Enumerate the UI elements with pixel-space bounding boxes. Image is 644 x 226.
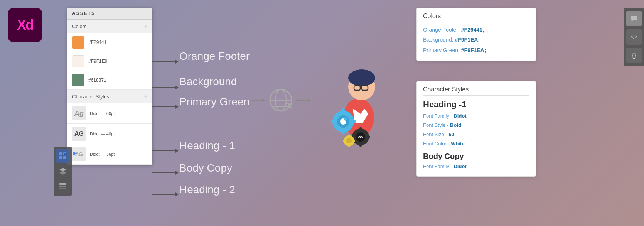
arrow-green (152, 105, 179, 109)
char-name-heading2: Didot — 36pt (90, 152, 115, 157)
char-name-heading1: Didot — 60pt (90, 111, 115, 116)
svg-rect-26 (359, 143, 362, 147)
person-gears-illustration: </> (316, 46, 393, 150)
globe-icon (265, 85, 296, 116)
svg-rect-38 (59, 152, 62, 155)
arrow-background (152, 86, 179, 89)
svg-rect-47 (59, 188, 66, 189)
label-background: Background (179, 76, 237, 88)
svg-point-42 (64, 153, 66, 155)
svg-rect-19 (331, 120, 335, 123)
arrow-orange (152, 60, 179, 64)
svg-marker-48 (73, 151, 77, 156)
char-styles-section-header: Character Styles + (67, 90, 152, 103)
colors-item-background: Background: #F9F1EA; (423, 35, 529, 44)
char-styles-info-box: Character Styles Heading -1 Font Family … (416, 81, 536, 177)
svg-point-31 (346, 138, 352, 143)
svg-rect-36 (631, 16, 637, 20)
left-toolbar-arrow (71, 150, 78, 158)
right-toolbar: </> {} (624, 8, 644, 66)
label-primary-green: Primary Green (179, 96, 250, 108)
char-styles-label: Character Styles (72, 94, 109, 100)
char-val-size: 60 (448, 132, 454, 137)
colors-info-title: Colors (423, 13, 529, 22)
svg-rect-35 (353, 140, 355, 142)
arrow-body-copy (152, 171, 179, 175)
assets-mini-button[interactable] (56, 149, 70, 163)
char-style-heading2[interactable]: AG Didot — 36pt (67, 144, 152, 165)
colors-info-box: Colors Orange Footer: #F29441; Backgroun… (416, 8, 536, 61)
arrow-heading2 (152, 192, 179, 196)
char-info-title: Character Styles (423, 86, 529, 96)
globe-section (251, 85, 311, 116)
plugins-mini-button[interactable] (56, 180, 70, 194)
char-detail-color: Font Color - White (423, 140, 529, 148)
label-heading1: Heading - 1 (179, 140, 235, 152)
char-val-body-family: Didot (453, 164, 466, 169)
color-swatch-green (72, 74, 84, 86)
xd-logo-text: Xd (17, 17, 33, 33)
label-orange-footer: Orange Footer (179, 50, 250, 62)
svg-point-9 (348, 69, 375, 86)
char-val-style: Bold (450, 122, 461, 128)
svg-rect-41 (63, 156, 66, 159)
char-preview-heading1: Ag (72, 106, 86, 120)
color-item-green[interactable]: #618871 (67, 71, 152, 90)
colors-val-green: #F9F1EA; (461, 47, 486, 53)
color-hex-orange: #F29441 (88, 40, 106, 45)
plugins-icon (59, 182, 67, 191)
heading1-main-label: Heading -1 (423, 100, 529, 110)
label-body-copy: Body Copy (179, 162, 232, 174)
color-hex-green: #618871 (88, 78, 106, 83)
json-button[interactable]: {} (626, 48, 642, 63)
colors-section-header: Colors + (67, 20, 152, 33)
color-swatch-orange (72, 36, 84, 49)
svg-rect-18 (342, 130, 345, 134)
svg-marker-44 (59, 171, 66, 175)
layers-mini-button[interactable] (56, 164, 70, 178)
arrow-heading1 (152, 149, 179, 153)
add-char-style-button[interactable]: + (144, 93, 148, 100)
colors-item-green: Primary Green: #F9F1EA; (423, 46, 529, 54)
char-val-color: White (451, 141, 464, 147)
color-item-background[interactable]: #F9F1E9 (67, 52, 152, 71)
svg-rect-33 (348, 145, 350, 147)
char-style-heading1[interactable]: Ag Didot — 60pt (67, 103, 152, 124)
char-name-body: Didot — 40pt (90, 132, 115, 136)
body-copy-main-label: Body Copy (423, 152, 529, 161)
layers-icon (59, 167, 67, 175)
colors-label: Colors (72, 24, 87, 29)
char-detail-family: Font Family - Didot (423, 112, 529, 120)
assets-panel: ASSETS Colors + #F29441 #F9F1E9 #618871 … (67, 8, 152, 165)
xd-logo: Xd (8, 8, 42, 42)
char-val-family: Didot (453, 113, 466, 119)
code-button[interactable]: </> (626, 29, 642, 45)
comment-button[interactable] (626, 11, 642, 26)
colors-val-orange: #F29441; (461, 27, 484, 33)
color-swatch-background (72, 55, 84, 67)
svg-rect-32 (348, 135, 350, 137)
svg-rect-40 (59, 156, 62, 159)
color-hex-background: #F9F1E9 (88, 59, 107, 64)
color-item-orange[interactable]: #F29441 (67, 33, 152, 52)
char-preview-body: AG (72, 127, 86, 141)
svg-marker-37 (631, 20, 634, 22)
assets-header: ASSETS (67, 8, 152, 20)
left-mini-toolbar (54, 147, 72, 196)
svg-rect-46 (59, 186, 66, 187)
svg-rect-45 (59, 183, 66, 185)
svg-text:</>: </> (358, 135, 364, 139)
char-detail-size: Font Size - 60 (423, 130, 529, 139)
char-style-body[interactable]: AG Didot — 40pt (67, 124, 152, 144)
svg-rect-28 (367, 136, 370, 138)
code-icon: </> (631, 34, 637, 40)
add-color-button[interactable]: + (144, 23, 148, 30)
svg-rect-25 (359, 127, 362, 130)
svg-rect-34 (343, 140, 345, 142)
svg-rect-20 (352, 120, 356, 123)
json-icon: {} (632, 52, 636, 59)
colors-val-background: #F9F1EA; (455, 37, 480, 43)
char-detail-body-family: Font Family - Didot (423, 162, 529, 171)
colors-item-orange: Orange Footer: #F29441; (423, 25, 529, 34)
comment-icon (630, 15, 638, 22)
